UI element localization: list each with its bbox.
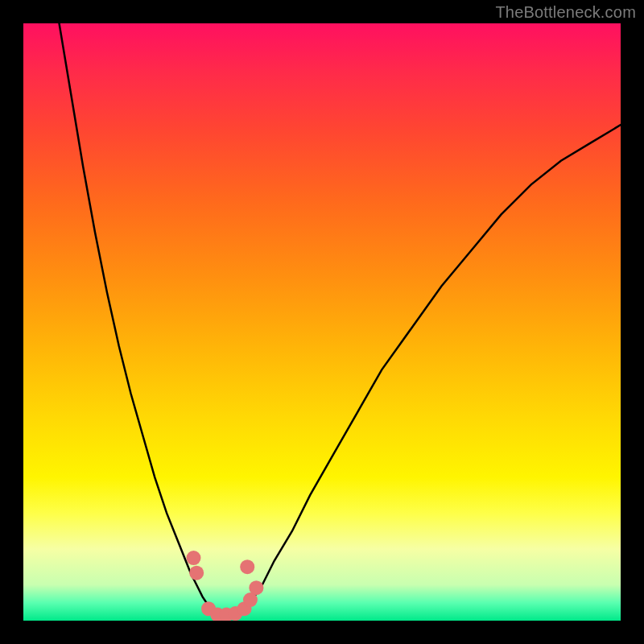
data-marker — [186, 551, 200, 565]
data-marker — [189, 566, 204, 580]
chart-frame: TheBottleneck.com — [0, 0, 644, 644]
plot-area — [23, 23, 621, 621]
curve-right-branch — [238, 125, 621, 614]
curve-left-branch — [60, 23, 215, 615]
watermark-text: TheBottleneck.com — [495, 3, 636, 22]
data-marker — [240, 559, 254, 574]
data-marker — [249, 580, 263, 595]
plot-svg-layer — [23, 23, 621, 621]
